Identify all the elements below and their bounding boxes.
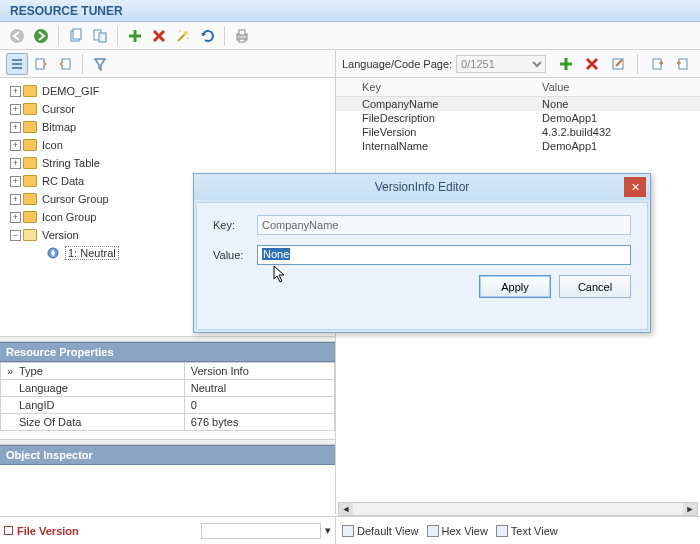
filter-icon[interactable] bbox=[89, 53, 111, 75]
versioninfo-editor-dialog: VersionInfo Editor ✕ Key: Value: None Ap… bbox=[193, 173, 651, 333]
dialog-title: VersionInfo Editor ✕ bbox=[194, 174, 650, 200]
tab-text-view[interactable]: Text View bbox=[496, 525, 558, 537]
expander-icon[interactable]: + bbox=[10, 194, 21, 205]
inspector-header: Object Inspector bbox=[0, 445, 335, 465]
table-row[interactable]: FileDescriptionDemoApp1 bbox=[336, 111, 700, 125]
export-icon[interactable] bbox=[672, 53, 694, 75]
column-header-key[interactable]: Key bbox=[354, 78, 534, 97]
svg-rect-3 bbox=[73, 29, 81, 39]
text-view-icon bbox=[496, 525, 508, 537]
expander-icon[interactable]: + bbox=[10, 86, 21, 97]
expander-icon[interactable]: + bbox=[10, 140, 21, 151]
svg-point-0 bbox=[10, 29, 24, 43]
svg-point-1 bbox=[34, 29, 48, 43]
key-value-table[interactable]: KeyValue CompanyNameNone FileDescription… bbox=[336, 78, 700, 153]
expand-icon[interactable] bbox=[30, 53, 52, 75]
language-select[interactable]: 0/1251 bbox=[456, 55, 546, 73]
app-title-bar: RESOURCE TUNER bbox=[0, 0, 700, 22]
svg-rect-12 bbox=[12, 59, 22, 61]
tree-toolbar bbox=[0, 50, 335, 78]
copy-icon[interactable] bbox=[65, 25, 87, 47]
language-bar: Language/Code Page: 0/1251 bbox=[336, 50, 700, 78]
table-row[interactable]: InternalNameDemoApp1 bbox=[336, 139, 700, 153]
value-label: Value: bbox=[213, 249, 257, 261]
svg-point-8 bbox=[187, 37, 189, 39]
version-leaf-icon bbox=[46, 246, 60, 260]
svg-point-6 bbox=[184, 31, 188, 35]
default-view-icon bbox=[342, 525, 354, 537]
apply-button[interactable]: Apply bbox=[479, 275, 551, 298]
file-version-input[interactable] bbox=[201, 523, 321, 539]
svg-rect-14 bbox=[12, 67, 22, 69]
forward-button[interactable] bbox=[30, 25, 52, 47]
horizontal-scrollbar[interactable]: ◄ ► bbox=[338, 502, 698, 516]
svg-rect-15 bbox=[36, 59, 44, 69]
svg-rect-10 bbox=[239, 30, 245, 35]
tree-view-icon[interactable] bbox=[6, 53, 28, 75]
properties-table: »TypeVersion Info LanguageNeutral LangID… bbox=[0, 362, 335, 431]
expander-icon[interactable]: + bbox=[10, 212, 21, 223]
main-toolbar bbox=[0, 22, 700, 50]
close-button[interactable]: ✕ bbox=[624, 177, 646, 197]
scroll-left-icon[interactable]: ◄ bbox=[339, 503, 353, 515]
delete-button[interactable] bbox=[148, 25, 170, 47]
file-version-label: File Version bbox=[17, 525, 197, 537]
expander-icon[interactable]: + bbox=[10, 104, 21, 115]
edit-icon[interactable] bbox=[607, 53, 629, 75]
table-row[interactable]: Size Of Data676 bytes bbox=[1, 414, 335, 431]
svg-rect-20 bbox=[679, 59, 687, 69]
tree-item[interactable]: +Icon bbox=[6, 136, 329, 154]
table-row[interactable]: CompanyNameNone bbox=[336, 97, 700, 112]
dropdown-icon[interactable]: ▾ bbox=[325, 524, 331, 537]
collapse-icon[interactable] bbox=[54, 53, 76, 75]
svg-point-7 bbox=[179, 30, 181, 32]
svg-rect-5 bbox=[99, 33, 106, 42]
import-icon[interactable] bbox=[646, 53, 668, 75]
value-input[interactable]: None bbox=[257, 245, 631, 265]
language-label: Language/Code Page: bbox=[342, 58, 452, 70]
bottom-bar: File Version ▾ Default View Hex View Tex… bbox=[0, 516, 700, 544]
expander-icon[interactable]: + bbox=[10, 176, 21, 187]
svg-rect-19 bbox=[653, 59, 661, 69]
add-button[interactable] bbox=[555, 53, 577, 75]
column-header-value[interactable]: Value bbox=[534, 78, 700, 97]
tab-default-view[interactable]: Default View bbox=[342, 525, 419, 537]
key-input[interactable] bbox=[257, 215, 631, 235]
svg-rect-16 bbox=[62, 59, 70, 69]
add-button[interactable] bbox=[124, 25, 146, 47]
table-row[interactable]: »TypeVersion Info bbox=[1, 363, 335, 380]
key-label: Key: bbox=[213, 219, 257, 231]
table-row[interactable]: LanguageNeutral bbox=[1, 380, 335, 397]
cancel-button[interactable]: Cancel bbox=[559, 275, 631, 298]
tree-item[interactable]: +String Table bbox=[6, 154, 329, 172]
tree-item[interactable]: +Cursor bbox=[6, 100, 329, 118]
expander-icon[interactable]: + bbox=[10, 158, 21, 169]
expander-icon[interactable]: + bbox=[10, 122, 21, 133]
properties-header: Resource Properties bbox=[0, 342, 335, 362]
paste-icon[interactable] bbox=[89, 25, 111, 47]
svg-rect-11 bbox=[239, 39, 245, 42]
svg-rect-13 bbox=[12, 63, 22, 65]
collapse-icon[interactable] bbox=[4, 526, 13, 535]
print-button[interactable] bbox=[231, 25, 253, 47]
hex-view-icon bbox=[427, 525, 439, 537]
tree-item[interactable]: +Bitmap bbox=[6, 118, 329, 136]
delete-button[interactable] bbox=[581, 53, 603, 75]
tree-item[interactable]: +DEMO_GIF bbox=[6, 82, 329, 100]
table-row[interactable]: FileVersion4.3.2.build432 bbox=[336, 125, 700, 139]
undo-button[interactable] bbox=[196, 25, 218, 47]
table-row[interactable]: LangID0 bbox=[1, 397, 335, 414]
expander-icon[interactable]: − bbox=[10, 230, 21, 241]
scroll-right-icon[interactable]: ► bbox=[683, 503, 697, 515]
tab-hex-view[interactable]: Hex View bbox=[427, 525, 488, 537]
wizard-icon[interactable] bbox=[172, 25, 194, 47]
back-button[interactable] bbox=[6, 25, 28, 47]
